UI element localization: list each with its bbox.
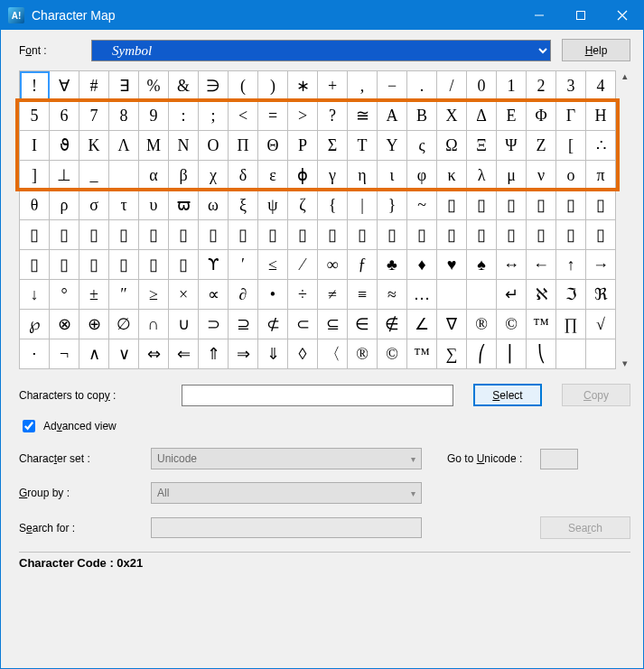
char-cell[interactable]: ▯	[139, 220, 169, 250]
char-cell[interactable]: κ	[437, 161, 467, 190]
char-cell[interactable]: ▯	[437, 190, 467, 220]
char-cell[interactable]: ▯	[50, 250, 79, 280]
char-cell[interactable]: ∇	[437, 310, 467, 339]
char-cell[interactable]: ▯	[79, 220, 109, 250]
char-cell[interactable]: ♦	[407, 250, 437, 280]
char-cell[interactable]: ω	[199, 190, 229, 220]
char-cell[interactable]: ▯	[497, 190, 527, 220]
char-cell[interactable]: 6	[50, 101, 79, 131]
char-cell[interactable]: ≅	[348, 101, 378, 131]
char-cell[interactable]: ▯	[169, 220, 199, 250]
char-cell[interactable]: ≠	[318, 280, 348, 310]
char-cell[interactable]: ▯	[258, 220, 288, 250]
char-cell[interactable]: ∞	[318, 250, 348, 280]
char-cell[interactable]: Ε	[497, 101, 527, 131]
char-cell[interactable]: ⊃	[199, 310, 229, 339]
char-cell[interactable]: ⋅	[20, 339, 50, 369]
char-cell[interactable]: ℘	[20, 310, 50, 339]
char-cell[interactable]: Χ	[437, 101, 467, 131]
char-cell[interactable]: 〈	[318, 339, 348, 369]
char-cell[interactable]: ™	[527, 310, 556, 339]
char-cell[interactable]: ϖ	[169, 190, 199, 220]
char-cell[interactable]: ⊇	[229, 310, 258, 339]
char-cell[interactable]: Τ	[348, 131, 378, 161]
char-cell[interactable]: ⊕	[79, 310, 109, 339]
char-cell[interactable]: ∗	[288, 71, 318, 101]
char-cell[interactable]: Σ	[318, 131, 348, 161]
char-cell[interactable]: )	[258, 71, 288, 101]
characters-to-copy-input[interactable]	[182, 385, 453, 406]
char-cell[interactable]: ν	[527, 161, 556, 190]
char-cell[interactable]: ▯	[407, 220, 437, 250]
char-cell[interactable]: ©	[497, 310, 527, 339]
char-cell[interactable]: ▯	[527, 220, 556, 250]
char-cell[interactable]: (	[229, 71, 258, 101]
goto-unicode-input[interactable]	[540, 449, 578, 469]
char-cell[interactable]: τ	[109, 190, 139, 220]
char-cell[interactable]: ▯	[527, 190, 556, 220]
char-cell[interactable]: ∀	[50, 71, 79, 101]
char-cell[interactable]: ▯	[586, 220, 616, 250]
character-set-combo[interactable]: Unicode▾	[151, 448, 422, 469]
char-cell[interactable]: ∏	[556, 310, 586, 339]
char-cell[interactable]: ▯	[229, 220, 258, 250]
char-cell[interactable]: ⊂	[288, 310, 318, 339]
char-cell[interactable]: ⊄	[258, 310, 288, 339]
char-cell[interactable]: χ	[199, 161, 229, 190]
char-cell[interactable]: Ν	[169, 131, 199, 161]
char-cell[interactable]: 9	[139, 101, 169, 131]
char-cell[interactable]: ▯	[199, 220, 229, 250]
char-cell[interactable]: ≤	[258, 250, 288, 280]
char-cell[interactable]: Λ	[109, 131, 139, 161]
char-cell[interactable]: 1	[497, 71, 527, 101]
char-cell[interactable]: ″	[109, 280, 139, 310]
char-cell[interactable]: ▯	[169, 250, 199, 280]
char-cell[interactable]	[586, 339, 616, 369]
char-cell[interactable]: ,	[348, 71, 378, 101]
char-cell[interactable]: γ	[318, 161, 348, 190]
char-cell[interactable]: ←	[527, 250, 556, 280]
char-cell[interactable]: ↓	[20, 280, 50, 310]
char-cell[interactable]: Ξ	[467, 131, 497, 161]
char-cell[interactable]: ξ	[229, 190, 258, 220]
char-cell[interactable]: υ	[139, 190, 169, 220]
char-cell[interactable]: }	[378, 190, 407, 220]
char-cell[interactable]: β	[169, 161, 199, 190]
char-cell[interactable]: ©	[378, 339, 407, 369]
char-cell[interactable]: .	[407, 71, 437, 101]
char-cell[interactable]: ▯	[20, 250, 50, 280]
char-cell[interactable]: ▯	[497, 220, 527, 250]
char-cell[interactable]: ▯	[79, 250, 109, 280]
char-cell[interactable]: ▯	[378, 220, 407, 250]
char-cell[interactable]: ▯	[288, 220, 318, 250]
char-cell[interactable]: Ζ	[527, 131, 556, 161]
scroll-up-icon[interactable]: ▴	[622, 70, 628, 82]
char-cell[interactable]: ¬	[50, 339, 79, 369]
char-cell[interactable]: >	[288, 101, 318, 131]
char-cell[interactable]: +	[318, 71, 348, 101]
char-cell[interactable]: ?	[318, 101, 348, 131]
close-button[interactable]	[602, 1, 643, 30]
char-cell[interactable]: ⇒	[229, 339, 258, 369]
char-cell[interactable]: 8	[109, 101, 139, 131]
char-cell[interactable]: ▯	[50, 220, 79, 250]
char-cell[interactable]: ×	[169, 280, 199, 310]
character-grid[interactable]: !∀#∃%&∋()∗+,−./0123456789:;<=>?≅ΑΒΧΔΕΦΓΗ…	[19, 70, 616, 369]
char-cell[interactable]: ♠	[467, 250, 497, 280]
char-cell[interactable]: ~	[407, 190, 437, 220]
char-cell[interactable]: ⊆	[318, 310, 348, 339]
char-cell[interactable]: |	[348, 190, 378, 220]
char-cell[interactable]: ▯	[467, 220, 497, 250]
char-cell[interactable]: ϕ	[288, 161, 318, 190]
char-cell[interactable]: ⇐	[169, 339, 199, 369]
char-cell[interactable]: Ρ	[288, 131, 318, 161]
char-cell[interactable]: Β	[407, 101, 437, 131]
char-cell[interactable]: ▯	[318, 220, 348, 250]
char-cell[interactable]: ς	[407, 131, 437, 161]
char-cell[interactable]: Δ	[467, 101, 497, 131]
minimize-button[interactable]	[518, 1, 560, 30]
char-cell[interactable]: Π	[229, 131, 258, 161]
char-cell[interactable]: _	[79, 161, 109, 190]
char-cell[interactable]: ▯	[109, 250, 139, 280]
char-cell[interactable]: ⎜	[497, 339, 527, 369]
